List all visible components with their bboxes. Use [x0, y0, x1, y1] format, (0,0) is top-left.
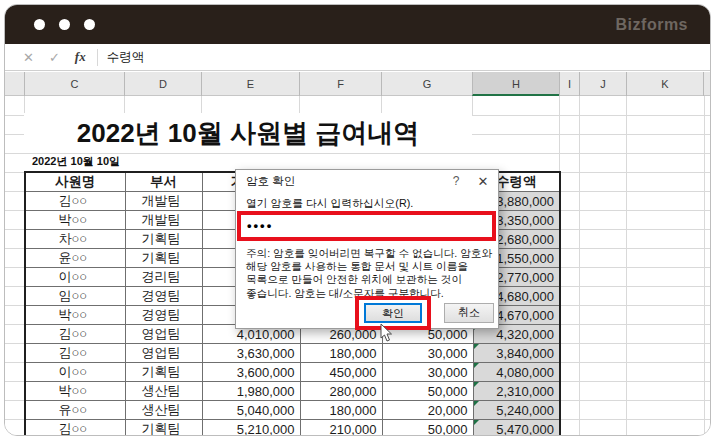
password-input[interactable]: •••• [241, 215, 492, 233]
column-header-f[interactable]: F [299, 72, 381, 96]
column-header-e[interactable]: E [201, 72, 299, 96]
cell-dept[interactable]: 영업팀 [125, 325, 202, 344]
table-row: 이○○기획팀3,600,000450,00030,0004,080,000 [25, 363, 560, 382]
cell-name[interactable]: 임○○ [25, 287, 125, 306]
cell-name[interactable]: 박○○ [25, 382, 125, 401]
window-control-dot[interactable] [84, 19, 95, 30]
dialog-titlebar[interactable]: 암호 확인 ? ✕ [236, 170, 498, 192]
header-employee[interactable]: 사원명 [25, 172, 125, 192]
cell-allow[interactable]: 210,000 [300, 420, 382, 437]
cell-base[interactable]: 5,040,000 [202, 401, 300, 420]
column-header-row: C D E F G H I J K [5, 72, 710, 96]
cell-base[interactable]: 5,210,000 [202, 420, 300, 437]
mouse-cursor-icon [379, 323, 393, 343]
cell-name[interactable]: 차○○ [25, 230, 125, 249]
cell-dept[interactable]: 생산팀 [125, 401, 202, 420]
help-icon[interactable]: ? [444, 174, 468, 188]
cell-name[interactable]: 박○○ [25, 211, 125, 230]
cell-dept[interactable]: 경영팀 [125, 306, 202, 325]
formula-bar: ✕ ✓ fx 수령액 [5, 44, 710, 71]
cell-bonus[interactable]: 30,000 [382, 363, 473, 382]
table-row: 유○○생산팀5,040,000180,00020,0005,240,000 [25, 401, 560, 420]
column-header-h-selected[interactable]: H [472, 72, 559, 96]
cell-name[interactable]: 김○○ [25, 325, 125, 344]
window-control-dot[interactable] [59, 19, 70, 30]
formula-bar-divider [97, 49, 98, 66]
document-date: 2022년 10월 10일 [32, 154, 120, 171]
document-title: 2022년 10월 사원별 급여내역 [24, 113, 472, 153]
window-control-dot[interactable] [34, 19, 45, 30]
cell-total[interactable]: 5,470,000 [473, 420, 560, 437]
cell-name[interactable]: 김○○ [25, 192, 125, 211]
cell-dept[interactable]: 개발팀 [125, 211, 202, 230]
cell-name[interactable]: 김○○ [25, 344, 125, 363]
column-header-i[interactable]: I [559, 72, 579, 96]
cell-name[interactable]: 윤○○ [25, 249, 125, 268]
cell-name[interactable]: 이○○ [25, 363, 125, 382]
window-titlebar: Bizforms [5, 5, 710, 44]
enter-icon[interactable]: ✓ [49, 50, 60, 65]
cell-total[interactable]: 3,840,000 [473, 344, 560, 363]
cell-dept[interactable]: 기획팀 [125, 420, 202, 437]
cell-total[interactable]: 5,240,000 [473, 401, 560, 420]
password-prompt-label: 열기 암호를 다시 입력하십시오(R). [246, 197, 413, 211]
table-row: 박○○생산팀1,980,000280,00050,0002,310,000 [25, 382, 560, 401]
cell-allow[interactable]: 180,000 [300, 344, 382, 363]
close-icon[interactable]: ✕ [468, 174, 498, 189]
column-header-g[interactable]: G [381, 72, 472, 96]
cell-base[interactable]: 3,630,000 [202, 344, 300, 363]
cell-allow[interactable]: 280,000 [300, 382, 382, 401]
cell-dept[interactable]: 기획팀 [125, 230, 202, 249]
insert-function-icon[interactable]: fx [75, 49, 86, 65]
cell-allow[interactable]: 180,000 [300, 401, 382, 420]
cell-bonus[interactable]: 50,000 [382, 382, 473, 401]
cell-name[interactable]: 김○○ [25, 420, 125, 437]
cell-dept[interactable]: 경영팀 [125, 287, 202, 306]
column-header-d[interactable]: D [124, 72, 201, 96]
cancel-icon[interactable]: ✕ [23, 50, 34, 65]
cancel-button[interactable]: 취소 [444, 303, 494, 323]
cell-dept[interactable]: 경리팀 [125, 268, 202, 287]
cell-name[interactable]: 유○○ [25, 401, 125, 420]
cell-bonus[interactable]: 30,000 [382, 344, 473, 363]
cell-bonus[interactable]: 50,000 [382, 420, 473, 437]
cell-name[interactable]: 이○○ [25, 268, 125, 287]
brand-logo: Bizforms [616, 16, 688, 34]
password-warning-text: 주의: 암호를 잊어버리면 복구할 수 없습니다. 암호와 해당 암호를 사용하… [246, 247, 492, 300]
header-department[interactable]: 부서 [125, 172, 202, 192]
cell-dept[interactable]: 생산팀 [125, 382, 202, 401]
cell-base[interactable]: 3,600,000 [202, 363, 300, 382]
cell-total[interactable]: 2,310,000 [473, 382, 560, 401]
column-header-j[interactable]: J [579, 72, 626, 96]
table-row: 김○○영업팀3,630,000180,00030,0003,840,000 [25, 344, 560, 363]
app-window: Bizforms ✕ ✓ fx 수령액 C D E F G H I J K [4, 4, 711, 436]
cell-dept[interactable]: 기획팀 [125, 249, 202, 268]
table-row: 김○○기획팀5,210,000210,00050,0005,470,000 [25, 420, 560, 437]
cell-allow[interactable]: 450,000 [300, 363, 382, 382]
cell-total[interactable]: 4,080,000 [473, 363, 560, 382]
column-header-k[interactable]: K [626, 72, 704, 96]
formula-bar-input[interactable]: 수령액 [107, 49, 145, 66]
cell-base[interactable]: 1,980,000 [202, 382, 300, 401]
cell-name[interactable]: 박○○ [25, 306, 125, 325]
ok-button-highlight [355, 296, 431, 330]
password-input-highlight: •••• [237, 211, 496, 241]
cell-dept[interactable]: 기획팀 [125, 363, 202, 382]
dialog-title: 암호 확인 [246, 174, 295, 189]
cell-bonus[interactable]: 20,000 [382, 401, 473, 420]
password-confirm-dialog: 암호 확인 ? ✕ 열기 암호를 다시 입력하십시오(R). •••• 주의: … [235, 169, 499, 329]
cell-dept[interactable]: 개발팀 [125, 192, 202, 211]
window-controls [34, 19, 95, 30]
column-header-c[interactable]: C [24, 72, 124, 96]
cell-dept[interactable]: 영업팀 [125, 344, 202, 363]
